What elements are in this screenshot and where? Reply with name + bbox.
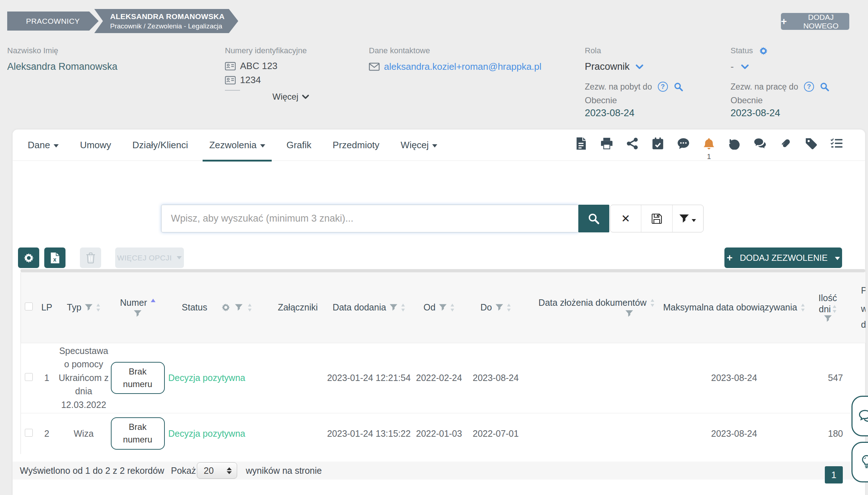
more-options-button[interactable]: WIĘCEJ OPCJI bbox=[115, 247, 184, 268]
tag-icon[interactable] bbox=[805, 137, 817, 150]
share-icon[interactable] bbox=[626, 137, 638, 150]
filter-icon[interactable] bbox=[235, 304, 243, 311]
col-data-zlozenia[interactable]: Data złożenia dokumentów bbox=[525, 272, 660, 343]
col-label: Data dodania bbox=[333, 302, 386, 313]
col-zalaczniki[interactable]: Załączniki bbox=[269, 272, 327, 343]
checklist-icon[interactable] bbox=[831, 137, 843, 150]
breadcrumb-root[interactable]: PRACOWNICY bbox=[7, 12, 99, 31]
delete-selected-button[interactable] bbox=[80, 247, 101, 268]
col-status[interactable]: Status bbox=[165, 272, 269, 343]
cell-maks-data: 2023-08-24 bbox=[660, 343, 809, 413]
envelope-icon bbox=[369, 63, 380, 71]
no-number-button[interactable]: Brak numeru bbox=[111, 417, 165, 450]
per-page-suffix: wyników na stronie bbox=[246, 466, 322, 476]
row-checkbox[interactable] bbox=[25, 429, 33, 437]
filter-icon[interactable] bbox=[824, 315, 832, 322]
table-settings-button[interactable] bbox=[18, 247, 39, 268]
search-input[interactable] bbox=[161, 205, 579, 232]
no-number-button[interactable]: Brak numeru bbox=[111, 362, 165, 394]
sort-icon[interactable] bbox=[650, 299, 655, 307]
filter-icon[interactable] bbox=[390, 304, 397, 311]
cell-od: 2022-01-03 bbox=[411, 413, 467, 454]
filter-icon[interactable] bbox=[439, 304, 447, 311]
sort-icon[interactable] bbox=[801, 304, 805, 312]
comment-dots-icon[interactable] bbox=[677, 137, 690, 150]
tab-label: Grafik bbox=[286, 140, 311, 151]
col-lp[interactable]: LP bbox=[37, 272, 57, 343]
search-icon bbox=[588, 213, 600, 225]
table-scrollbar[interactable] bbox=[21, 269, 865, 272]
tab-grafik[interactable]: Grafik bbox=[284, 130, 313, 161]
sort-icon[interactable] bbox=[832, 305, 837, 313]
cell-data-dodania: 2023-01-24 12:21:54 bbox=[327, 343, 411, 413]
sort-icon[interactable] bbox=[507, 304, 511, 312]
col-do[interactable]: Do bbox=[467, 272, 525, 343]
add-permit-button[interactable]: + DODAJ ZEZWOLENIE bbox=[724, 247, 842, 268]
search-icon[interactable] bbox=[820, 82, 829, 92]
app-root: PRACOWNICY ALEKSANDRA ROMANOWSKA Pracown… bbox=[0, 0, 868, 495]
filter-icon[interactable] bbox=[85, 304, 92, 311]
per-page-select[interactable]: 20 bbox=[197, 462, 237, 479]
clear-search-button[interactable]: ✕ bbox=[610, 205, 641, 232]
x-icon: ✕ bbox=[621, 212, 630, 225]
col-typ[interactable]: Typ bbox=[57, 272, 111, 343]
residence-permit-label: Zezw. na pobyt do bbox=[585, 82, 652, 92]
col-numer[interactable]: Numer bbox=[111, 272, 165, 343]
permits-table: LP Typ Numer Status Załączniki Data doda… bbox=[21, 272, 865, 454]
sort-icon[interactable] bbox=[450, 304, 455, 312]
help-icon[interactable]: ? bbox=[804, 82, 814, 92]
filter-icon[interactable] bbox=[496, 304, 503, 311]
tips-fab-button[interactable] bbox=[851, 442, 868, 482]
tab-zezwolenia[interactable]: Zezwolenia bbox=[207, 130, 267, 161]
help-icon[interactable]: ? bbox=[658, 82, 668, 92]
filter-menu-button[interactable] bbox=[672, 205, 703, 232]
row-checkbox[interactable] bbox=[25, 373, 33, 381]
chats-icon[interactable] bbox=[754, 137, 766, 150]
col-ilosc-dni[interactable]: Ilośćdni bbox=[809, 272, 847, 343]
bell-icon[interactable]: 1 bbox=[703, 137, 715, 150]
search-icon[interactable] bbox=[674, 82, 683, 92]
gear-icon[interactable] bbox=[759, 47, 768, 55]
sort-icon[interactable] bbox=[96, 304, 100, 312]
document-icon[interactable] bbox=[575, 137, 587, 150]
status-selector[interactable]: - bbox=[731, 61, 829, 72]
table-row[interactable]: 1 Specustawa o pomocy Ukraińcom z dnia 1… bbox=[21, 343, 865, 413]
tab-wiecej[interactable]: Więcej bbox=[398, 130, 439, 161]
role-selector[interactable]: Pracownik bbox=[585, 61, 683, 72]
chat-fab-button[interactable] bbox=[851, 396, 868, 436]
breadcrumb-current[interactable]: ALEKSANDRA ROMANOWSKA Pracownik / Zezwol… bbox=[94, 9, 238, 33]
filter-icon[interactable] bbox=[625, 310, 633, 317]
paperclip-icon[interactable] bbox=[779, 137, 792, 150]
profile-name-block: Nazwisko Imię Aleksandra Romanowska bbox=[7, 46, 117, 72]
col-data-dodania[interactable]: Data dodania bbox=[327, 272, 411, 343]
add-new-button[interactable]: + DODAJ NOWEGO bbox=[781, 13, 849, 30]
col-od[interactable]: Od bbox=[411, 272, 467, 343]
ids-more-toggle[interactable]: Więcej bbox=[272, 92, 309, 102]
table-row[interactable]: 2 Wiza Brak numeru Decyzja pozytywna 202… bbox=[21, 413, 865, 454]
page-1-button[interactable]: 1 bbox=[825, 466, 843, 483]
print-icon[interactable] bbox=[601, 137, 613, 150]
tab-dane[interactable]: Dane bbox=[26, 130, 61, 161]
tab-przedmioty[interactable]: Przedmioty bbox=[330, 130, 381, 161]
search-button[interactable] bbox=[578, 205, 609, 232]
records-summary: Wyświetlono od 1 do 2 z 2 rekordów bbox=[20, 466, 164, 476]
ids-label: Numery identyfikacyjne bbox=[225, 46, 308, 55]
sort-icon[interactable] bbox=[248, 304, 252, 312]
export-excel-button[interactable]: x bbox=[44, 247, 65, 268]
chevron-down-icon bbox=[636, 64, 643, 69]
gear-icon[interactable] bbox=[222, 303, 230, 312]
col-maks-data[interactable]: Maksymalna data obowiązywania bbox=[660, 272, 809, 343]
email-link[interactable]: aleksandra.koziel+roman@hrappka.pl bbox=[384, 61, 542, 72]
cell-typ: Specustawa o pomocy Ukraińcom z dnia 12.… bbox=[57, 343, 111, 413]
sort-icon[interactable] bbox=[401, 304, 405, 312]
save-filter-button[interactable] bbox=[641, 205, 672, 232]
select-all-checkbox[interactable] bbox=[25, 303, 33, 310]
col-label: Data złożenia dokumentów bbox=[538, 298, 646, 308]
filter-icon[interactable] bbox=[134, 310, 141, 317]
chats-icon bbox=[858, 409, 868, 424]
role-value: Pracownik bbox=[585, 61, 630, 72]
tab-umowy[interactable]: Umowy bbox=[78, 130, 113, 161]
tab-dzialy-klienci[interactable]: Działy/Klienci bbox=[130, 130, 190, 161]
calendar-check-icon[interactable] bbox=[652, 137, 664, 150]
history-icon[interactable] bbox=[728, 137, 741, 150]
